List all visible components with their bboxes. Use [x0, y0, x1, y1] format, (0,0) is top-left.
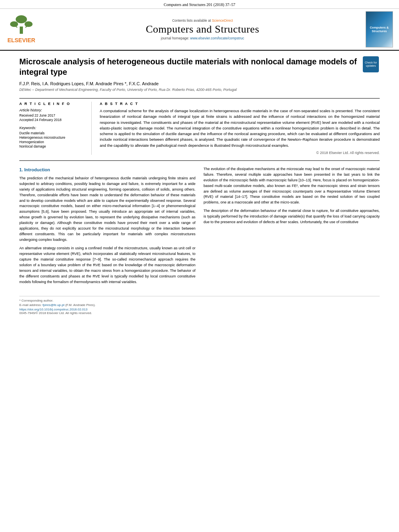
- keyword-4: Nonlocal damage: [19, 144, 86, 148]
- copyright-line: © 2018 Elsevier Ltd. All rights reserved…: [100, 151, 380, 155]
- body-columns: 1. Introduction The prediction of the me…: [19, 166, 380, 288]
- article-title-section: Microscale analysis of heterogeneous duc…: [19, 56, 380, 94]
- main-content: Microscale analysis of heterogeneous duc…: [0, 51, 399, 323]
- accepted-date: Accepted 24 February 2018: [19, 118, 86, 122]
- abstract-col: A B S T R A C T A computational scheme f…: [100, 102, 380, 155]
- journal-center: Contents lists available at ScienceDirec…: [39, 18, 366, 40]
- keyword-2: Heterogeneous microstructure: [19, 136, 86, 140]
- section1-para1: The prediction of the mechanical behavio…: [19, 176, 195, 243]
- check-badge-label: Check for updates: [363, 61, 379, 68]
- svg-point-2: [10, 21, 18, 27]
- section1-para3: The evolution of the dissipative mechani…: [204, 166, 380, 206]
- section1-heading-link[interactable]: 1. Introduction: [19, 167, 50, 172]
- cover-title: Computers & Structures: [368, 26, 391, 33]
- email-label: E-mail address:: [19, 303, 42, 307]
- affiliation: DEMec – Department of Mechanical Enginee…: [19, 88, 358, 92]
- elsevier-logo-svg: [5, 15, 37, 36]
- body-col-right: The evolution of the dissipative mechani…: [204, 166, 380, 288]
- article-title: Microscale analysis of heterogeneous duc…: [19, 56, 358, 77]
- footer-area: * Corresponding author. E-mail address: …: [19, 296, 380, 315]
- section1-para2: An alternative strategy consists in usin…: [19, 246, 195, 285]
- sciencedirect-link[interactable]: ScienceDirect: [212, 18, 233, 23]
- journal-cover: Computers & Structures: [366, 11, 396, 47]
- section1-para4: The description of the deformation behav…: [204, 208, 380, 225]
- svg-point-3: [25, 21, 33, 27]
- keywords-label: Keywords:: [19, 126, 86, 130]
- email-suffix: (F.M. Andrade Pires).: [65, 303, 95, 307]
- sciencedirect-line: Contents lists available at ScienceDirec…: [43, 18, 362, 23]
- corresponding-label: * Corresponding author.: [19, 299, 53, 302]
- history-label: Article history:: [19, 108, 86, 112]
- top-bar: Computers and Structures 201 (2018) 37–5…: [0, 0, 399, 9]
- journal-homepage: journal homepage: www.elsevier.com/locat…: [43, 36, 362, 40]
- elsevier-wordmark: ELSEVIER: [7, 37, 35, 43]
- article-meta-section: A R T I C L E I N F O Article history: R…: [19, 98, 380, 155]
- article-title-text: Microscale analysis of heterogeneous duc…: [19, 56, 358, 94]
- journal-ref: Computers and Structures 201 (2018) 37–5…: [164, 2, 235, 7]
- article-info-label: A R T I C L E I N F O: [19, 102, 86, 106]
- svg-point-1: [16, 15, 27, 23]
- footer-issn: 0045-7949/© 2018 Elsevier Ltd. All right…: [19, 311, 380, 315]
- author-email[interactable]: fpires@fe.up.pt: [43, 303, 64, 307]
- received-date: Received 22 June 2017: [19, 113, 86, 117]
- journal-header: ELSEVIER Contents lists available at Sci…: [0, 9, 399, 51]
- article-info-col: A R T I C L E I N F O Article history: R…: [19, 102, 92, 155]
- separator: [19, 160, 380, 161]
- abstract-label: A B S T R A C T: [100, 102, 380, 106]
- body-col-left: 1. Introduction The prediction of the me…: [19, 166, 195, 288]
- section1-heading: 1. Introduction: [19, 166, 195, 173]
- homepage-url[interactable]: www.elsevier.com/locate/compstruc: [190, 36, 244, 40]
- abstract-text: A computational scheme for the analysis …: [100, 108, 380, 148]
- keyword-3: Homogenization: [19, 140, 86, 144]
- keyword-1: Ductile materials: [19, 131, 86, 135]
- footer-doi-line: https://doi.org/10.1016/j.compstruc.2018…: [19, 308, 380, 311]
- journal-title: Computers and Structures: [43, 23, 362, 35]
- section1-title: Introduction: [24, 167, 50, 172]
- svg-rect-0: [20, 27, 23, 34]
- check-badge: Check for updates: [363, 56, 380, 72]
- footer-email-line: E-mail address: fpires@fe.up.pt (F.M. An…: [19, 303, 380, 307]
- section1-number: 1.: [19, 167, 23, 172]
- authors: F.J.P. Reis, I.A. Rodrigues Lopes, F.M. …: [19, 81, 358, 86]
- check-badge-box: Check for updates: [363, 56, 379, 72]
- footer-corresponding: * Corresponding author.: [19, 299, 380, 302]
- cover-box: Computers & Structures: [366, 11, 393, 47]
- elsevier-logo: ELSEVIER: [3, 15, 39, 43]
- doi-link[interactable]: https://doi.org/10.1016/j.compstruc.2018…: [19, 308, 87, 311]
